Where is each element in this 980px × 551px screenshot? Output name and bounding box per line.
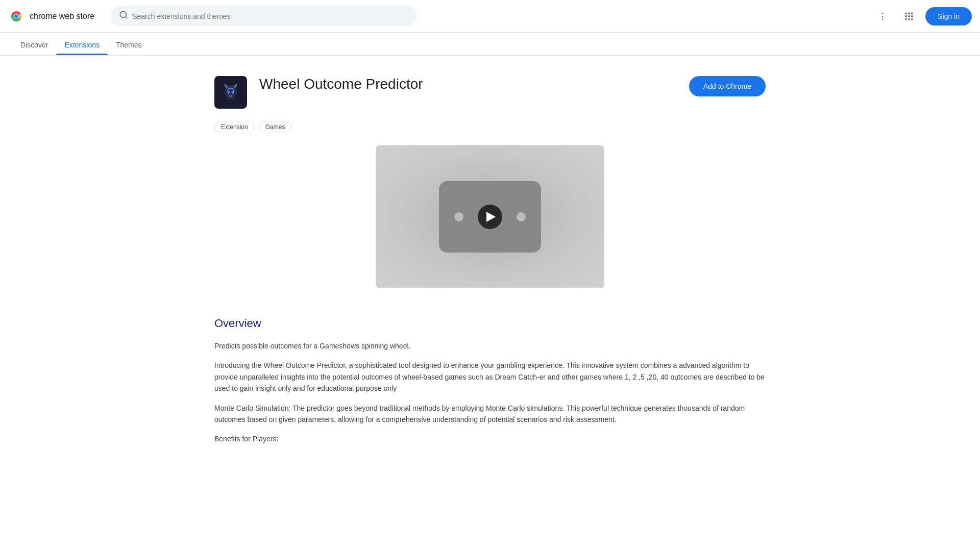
add-to-chrome-button[interactable]: Add to Chrome — [689, 76, 766, 96]
tab-themes[interactable]: Themes — [108, 33, 150, 55]
svg-rect-14 — [911, 18, 913, 20]
search-icon — [119, 10, 128, 22]
svg-point-16 — [228, 91, 230, 94]
svg-rect-13 — [909, 18, 910, 20]
header-actions: Sign in — [872, 6, 972, 27]
overview-paragraph-4: Benefits for Players: — [214, 433, 766, 444]
search-input[interactable] — [132, 12, 409, 20]
svg-point-3 — [882, 12, 884, 14]
svg-rect-10 — [909, 15, 910, 17]
svg-point-17 — [232, 91, 234, 94]
extension-icon — [214, 76, 247, 109]
video-thumbnail[interactable] — [376, 145, 604, 288]
extension-header: Wheel Outcome Predictor Add to Chrome — [214, 76, 766, 109]
svg-point-5 — [882, 18, 884, 20]
tab-discover[interactable]: Discover — [12, 33, 56, 55]
svg-rect-7 — [909, 12, 910, 14]
svg-rect-11 — [911, 15, 913, 17]
tag-extension[interactable]: Extension — [214, 121, 255, 133]
overview-paragraph-3: Monte Carlo Simulation: The predictor go… — [214, 403, 766, 425]
tab-extensions[interactable]: Extensions — [56, 33, 107, 55]
video-player-icon — [439, 181, 541, 253]
svg-point-4 — [882, 15, 884, 17]
chrome-logo-icon — [8, 8, 24, 24]
svg-rect-9 — [905, 15, 907, 17]
overview-paragraph-2: Introducing the Wheel Outcome Predictor,… — [214, 360, 766, 394]
svg-point-2 — [14, 14, 19, 18]
search-bar — [111, 6, 417, 26]
overview-title: Overview — [214, 317, 766, 330]
svg-rect-8 — [911, 12, 913, 14]
video-container — [214, 145, 766, 288]
extension-title: Wheel Outcome Predictor — [259, 76, 689, 92]
overview-paragraph-1: Predicts possible outcomes for a Gamesho… — [214, 340, 766, 352]
extension-icon-svg — [218, 80, 243, 105]
tag-games[interactable]: Games — [259, 121, 292, 133]
logo-link[interactable]: chrome web store — [8, 8, 94, 24]
extension-title-area: Wheel Outcome Predictor — [259, 76, 689, 96]
play-triangle — [486, 212, 496, 222]
svg-rect-6 — [905, 12, 907, 14]
sign-in-button[interactable]: Sign in — [925, 7, 972, 26]
logo-text: chrome web store — [30, 12, 94, 21]
google-apps-icon[interactable] — [899, 6, 919, 27]
svg-rect-12 — [905, 18, 907, 20]
more-options-icon[interactable] — [872, 6, 893, 27]
main-header: chrome web store — [0, 0, 980, 33]
main-content: Wheel Outcome Predictor Add to Chrome Ex… — [184, 56, 796, 473]
extension-tags: Extension Games — [214, 121, 766, 133]
overview-section: Overview Predicts possible outcomes for … — [214, 313, 766, 445]
play-button-icon[interactable] — [478, 205, 502, 229]
nav-tabs: Discover Extensions Themes — [0, 33, 980, 56]
